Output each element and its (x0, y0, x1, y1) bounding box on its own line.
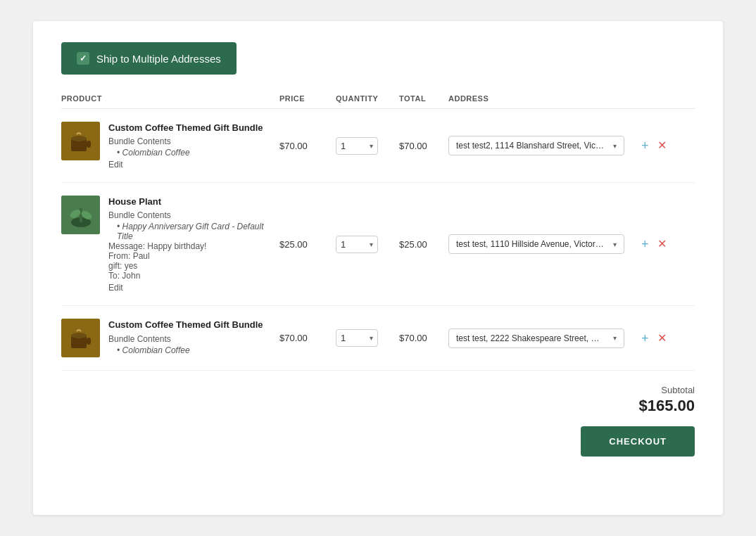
subtotal-section: Subtotal $165.00 CHECKOUT (61, 371, 695, 464)
price-cell: $70.00 (279, 333, 336, 343)
col-product: PRODUCT (61, 94, 279, 103)
qty-value: 1 (341, 239, 346, 250)
meta-line: gift: yes (108, 261, 279, 271)
edit-link[interactable]: Edit (108, 283, 279, 293)
address-text: test test, 2222 Shakespeare Street, Vict… (456, 333, 604, 343)
address-text: test test, 1110 Hillside Avenue, Victori… (456, 239, 604, 249)
address-dropdown[interactable]: test test, 1110 Hillside Avenue, Victori… (448, 234, 624, 254)
address-cell: test test2, 1114 Blanshard Street, Victo… (448, 136, 631, 155)
check-icon: ✓ (77, 52, 89, 65)
product-name: Custom Coffee Themed Gift Bundle (108, 319, 263, 331)
svg-point-12 (71, 333, 87, 338)
product-thumb (61, 196, 100, 234)
total-cell: $70.00 (399, 141, 448, 151)
action-cell: + ✕ (631, 139, 695, 152)
qty-dropdown[interactable]: 1 ▾ (336, 329, 378, 347)
table-row: Custom Coffee Themed Gift Bundle Bundle … (61, 306, 695, 371)
table-row: Custom Coffee Themed Gift Bundle Bundle … (61, 109, 695, 183)
page-container: ✓ Ship to Multiple Addresses PRODUCT PRI… (33, 21, 723, 515)
product-details: Custom Coffee Themed Gift Bundle Bundle … (108, 319, 263, 355)
address-cell: test test, 2222 Shakespeare Street, Vict… (448, 328, 631, 348)
remove-row-button[interactable]: ✕ (657, 333, 667, 344)
add-row-button[interactable]: + (641, 332, 649, 345)
subtotal-amount: $165.00 (638, 397, 695, 415)
ship-btn-label: Ship to Multiple Addresses (96, 53, 221, 65)
qty-dropdown-arrow: ▾ (370, 334, 373, 342)
qty-dropdown[interactable]: 1 ▾ (336, 137, 378, 155)
product-name: House Plant (108, 196, 279, 208)
ship-to-multiple-button[interactable]: ✓ Ship to Multiple Addresses (61, 42, 237, 75)
svg-point-3 (71, 136, 87, 141)
qty-dropdown-arrow: ▾ (370, 142, 373, 150)
qty-value: 1 (341, 333, 346, 343)
price-cell: $25.00 (279, 239, 336, 250)
qty-cell: 1 ▾ (336, 329, 399, 347)
bundle-bullet: Colombian Coffee (108, 345, 263, 355)
bundle-bullet: Happy Anniversary Gift Card - Default Ti… (108, 222, 279, 241)
col-address: ADDRESS (448, 94, 631, 103)
address-dropdown[interactable]: test test, 2222 Shakespeare Street, Vict… (448, 328, 624, 348)
table-row: House Plant Bundle Contents Happy Annive… (61, 183, 695, 306)
svg-rect-11 (87, 338, 91, 345)
address-text: test test2, 1114 Blanshard Street, Victo… (456, 141, 604, 151)
table-header: PRODUCT PRICE QUANTITY TOTAL ADDRESS (61, 94, 695, 109)
col-total: TOTAL (399, 94, 448, 103)
edit-link[interactable]: Edit (108, 160, 263, 170)
svg-rect-2 (87, 141, 91, 148)
remove-row-button[interactable]: ✕ (657, 140, 667, 151)
subtotal-label: Subtotal (661, 385, 695, 395)
product-details: House Plant Bundle Contents Happy Annive… (108, 196, 279, 293)
product-details: Custom Coffee Themed Gift Bundle Bundle … (108, 122, 263, 170)
address-dropdown-arrow: ▾ (613, 334, 617, 342)
product-thumb (61, 122, 100, 160)
address-dropdown-arrow: ▾ (613, 241, 617, 248)
add-row-button[interactable]: + (641, 139, 649, 152)
qty-cell: 1 ▾ (336, 236, 399, 253)
total-cell: $25.00 (399, 239, 448, 250)
bundle-bullet: Colombian Coffee (108, 148, 263, 158)
bundle-contents-label: Bundle Contents (108, 210, 279, 220)
product-table: Custom Coffee Themed Gift Bundle Bundle … (61, 109, 695, 371)
action-cell: + ✕ (631, 332, 695, 345)
product-cell: House Plant Bundle Contents Happy Annive… (61, 196, 279, 293)
qty-dropdown-arrow: ▾ (370, 241, 373, 248)
address-dropdown[interactable]: test test2, 1114 Blanshard Street, Victo… (448, 136, 624, 155)
price-cell: $70.00 (279, 141, 336, 151)
meta-line: From: Paul (108, 251, 279, 261)
remove-row-button[interactable]: ✕ (657, 238, 667, 250)
add-row-button[interactable]: + (641, 238, 649, 250)
col-actions (631, 94, 695, 103)
product-thumb (61, 319, 100, 357)
qty-cell: 1 ▾ (336, 137, 399, 155)
product-cell: Custom Coffee Themed Gift Bundle Bundle … (61, 122, 279, 170)
product-name: Custom Coffee Themed Gift Bundle (108, 122, 263, 134)
bundle-contents-label: Bundle Contents (108, 334, 263, 344)
product-cell: Custom Coffee Themed Gift Bundle Bundle … (61, 319, 279, 357)
meta-line: Message: Happy birthday! (108, 241, 279, 251)
col-quantity: QUANTITY (336, 94, 399, 103)
meta-line: To: John (108, 271, 279, 281)
action-cell: + ✕ (631, 238, 695, 250)
total-cell: $70.00 (399, 333, 448, 343)
col-price: PRICE (279, 94, 336, 103)
address-cell: test test, 1110 Hillside Avenue, Victori… (448, 234, 631, 254)
qty-dropdown[interactable]: 1 ▾ (336, 236, 378, 253)
checkout-button[interactable]: CHECKOUT (581, 426, 695, 457)
address-dropdown-arrow: ▾ (613, 142, 617, 150)
qty-value: 1 (341, 141, 346, 151)
bundle-contents-label: Bundle Contents (108, 136, 263, 146)
